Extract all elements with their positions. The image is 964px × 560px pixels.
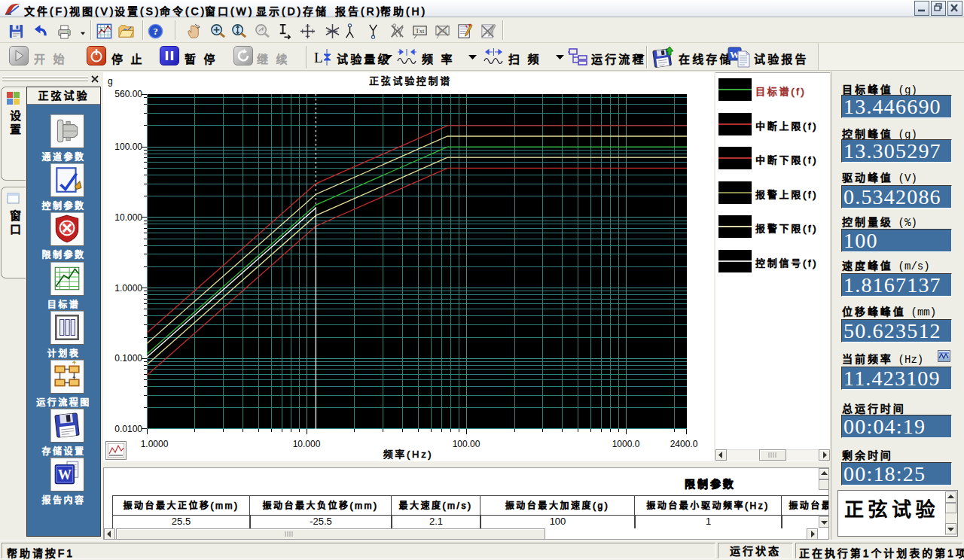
svg-text:1.0000: 1.0000	[114, 283, 142, 294]
svg-text:560.00: 560.00	[114, 89, 142, 99]
svg-text:1000.0: 1000.0	[612, 439, 640, 449]
svg-text:频率(Hz): 频率(Hz)	[383, 449, 434, 460]
svg-text:W: W	[58, 467, 72, 482]
svg-text:正弦试验控制谱: 正弦试验控制谱	[369, 75, 452, 87]
svg-text:2400.0: 2400.0	[670, 439, 698, 449]
svg-text:10.000: 10.000	[114, 212, 142, 223]
svg-text:g: g	[108, 76, 113, 87]
svg-text:L: L	[314, 50, 323, 65]
svg-text:Txt: Txt	[416, 27, 426, 35]
svg-text:?: ?	[153, 26, 158, 37]
svg-text:10.000: 10.000	[293, 439, 321, 449]
svg-text:0.1000: 0.1000	[114, 353, 142, 364]
svg-text:100.00: 100.00	[114, 142, 142, 152]
svg-text:0.0100: 0.0100	[114, 424, 142, 434]
svg-text:1.0000: 1.0000	[141, 439, 169, 449]
svg-text:100.00: 100.00	[453, 439, 480, 449]
